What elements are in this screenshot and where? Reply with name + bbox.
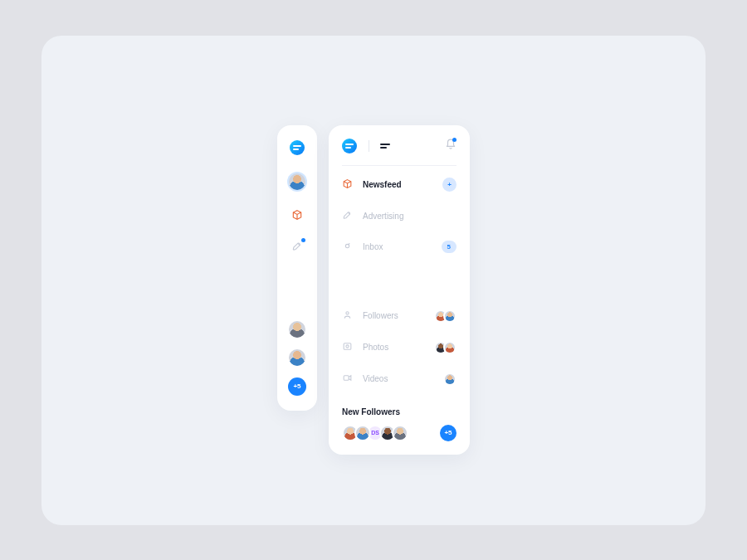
nav-item-newsfeed[interactable]: Newsfeed + [342, 178, 456, 192]
nav-item-label: Inbox [363, 242, 383, 251]
count-badge: 5 [442, 241, 456, 253]
nav-item-label: Followers [363, 311, 398, 320]
logo-icon[interactable] [290, 140, 305, 155]
follower-avatar[interactable] [392, 425, 408, 441]
rail-more-badge[interactable]: +5 [288, 377, 306, 396]
svg-rect-2 [344, 343, 351, 350]
nav-item-label: Advertising [363, 212, 403, 221]
follower-avatar[interactable] [354, 425, 371, 441]
current-user-avatar[interactable] [289, 173, 305, 190]
app-frame: +5 Newsfeed + [42, 36, 706, 525]
avatar[interactable] [443, 309, 456, 323]
avatar-stack [443, 373, 456, 386]
nav-item-advertising[interactable]: Advertising [342, 210, 456, 222]
avatar-stack [434, 341, 456, 354]
photo-icon [342, 341, 353, 353]
nav-item-label: Videos [363, 374, 388, 383]
nav-list: Newsfeed + Advertising Inbox 5 [342, 178, 456, 386]
nav-item-photos[interactable]: Photos [342, 341, 456, 354]
video-icon [342, 373, 353, 385]
avatar[interactable] [443, 341, 456, 354]
nav-item-label: Newsfeed [363, 180, 402, 189]
rail-avatar-2[interactable] [289, 349, 305, 366]
add-badge[interactable]: + [442, 178, 456, 192]
rail-avatar-1[interactable] [289, 321, 305, 338]
nav-rail: +5 [277, 125, 317, 411]
card-header [342, 139, 456, 166]
section-title-new-followers: New Followers [342, 407, 456, 416]
nav-item-label: Photos [363, 343, 388, 352]
svg-point-1 [346, 312, 349, 314]
avatar[interactable] [443, 373, 456, 386]
menu-card: Newsfeed + Advertising Inbox 5 [329, 125, 470, 455]
notification-dot-icon [452, 138, 456, 142]
followers-more-badge[interactable]: +5 [440, 425, 456, 441]
user-icon [342, 309, 353, 322]
rocket-icon[interactable] [290, 240, 304, 253]
divider [369, 140, 369, 152]
nav-item-videos[interactable]: Videos [342, 373, 456, 386]
svg-point-3 [346, 345, 349, 348]
nav-item-followers[interactable]: Followers [342, 309, 456, 323]
logo-icon[interactable] [342, 139, 357, 153]
svg-rect-4 [344, 376, 349, 380]
bell-icon[interactable] [445, 139, 456, 153]
new-followers-row: DS +5 [342, 425, 456, 441]
cube-icon[interactable] [290, 208, 304, 222]
menu-icon[interactable] [380, 144, 390, 149]
nav-item-inbox[interactable]: Inbox 5 [342, 241, 456, 253]
notification-dot-icon [301, 238, 305, 242]
avatar-stack [434, 309, 456, 323]
inbox-icon [342, 241, 353, 253]
cube-icon [342, 178, 353, 191]
rocket-icon [342, 210, 353, 222]
